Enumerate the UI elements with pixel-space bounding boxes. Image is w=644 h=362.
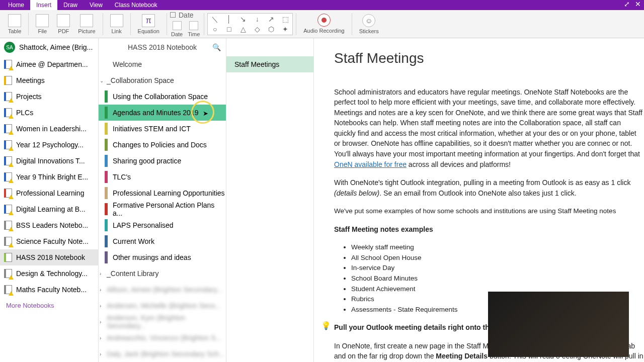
notebook-label: Aimee @ Departmen... bbox=[16, 60, 88, 68]
section-color-bar bbox=[105, 90, 108, 103]
page-list-pane: Staff Meetings bbox=[226, 38, 314, 362]
section-color-bar bbox=[105, 123, 108, 135]
notebook-item[interactable]: Year 9 Think Bright E... bbox=[0, 169, 98, 185]
section-label: TLC's bbox=[113, 173, 131, 181]
section-item[interactable]: Changes to Policies and Docs bbox=[99, 137, 226, 153]
tab-insert[interactable]: Insert bbox=[30, 0, 57, 10]
notebook-icon bbox=[4, 269, 12, 278]
section-color-bar bbox=[105, 107, 108, 119]
section-item[interactable]: Professional Learning Opportunities bbox=[99, 185, 226, 201]
insert-picture[interactable]: Picture bbox=[78, 14, 95, 34]
notebook-icon bbox=[4, 92, 12, 101]
webcam-overlay bbox=[488, 292, 629, 357]
notebook-item[interactable]: BSS Leaders Notebo... bbox=[0, 217, 98, 233]
notebook-item[interactable]: Year 12 Psychology... bbox=[0, 137, 98, 153]
tab-view[interactable]: View bbox=[84, 0, 109, 10]
notebook-icon bbox=[4, 285, 12, 294]
insert-date[interactable]: Date bbox=[171, 21, 183, 37]
notebook-label: Women in Leadershi... bbox=[16, 125, 87, 133]
section-group-blurred[interactable]: ›Allison, Aimee (Brighton Secondary... bbox=[99, 282, 226, 298]
notebook-icon bbox=[4, 156, 12, 165]
notebook-item[interactable]: HASS 2018 Notebook bbox=[0, 249, 98, 265]
section-item[interactable]: Other musings and ideas bbox=[99, 249, 226, 265]
section-color-bar bbox=[105, 171, 108, 183]
section-group-blurred[interactable]: ›Andreacchio, Vincenzo (Brighton S... bbox=[99, 330, 226, 346]
date-checkbox[interactable] bbox=[170, 12, 176, 18]
insert-pdf[interactable]: PDF bbox=[57, 14, 70, 34]
notebook-item[interactable]: Science Faculty Note... bbox=[0, 233, 98, 249]
section-label: Agendas and Minutes 2019 bbox=[113, 109, 198, 117]
section-color-bar bbox=[105, 235, 108, 247]
notebook-icon bbox=[4, 205, 12, 214]
section-item[interactable]: Sharing good practice bbox=[99, 153, 226, 169]
section-group-blurred[interactable]: ›Andersen, Michelle (Brighton Seco... bbox=[99, 298, 226, 314]
notebook-label: Meetings bbox=[16, 76, 45, 84]
insert-time[interactable]: Time bbox=[188, 21, 200, 37]
section-group-blurred[interactable]: ›Anderson, Kym (Brighton Secondary... bbox=[99, 314, 226, 330]
notebook-icon bbox=[4, 140, 12, 149]
section-item[interactable]: LAPS Personalised bbox=[99, 217, 226, 233]
notebook-icon bbox=[4, 108, 12, 117]
notebook-label: PLCs bbox=[16, 109, 33, 117]
section-label: Andreacchio, Vincenzo (Brighton S... bbox=[107, 334, 222, 342]
notebook-label: Design & Technology... bbox=[16, 269, 88, 278]
section-color-bar bbox=[105, 155, 108, 167]
chevron-right-icon: › bbox=[100, 335, 105, 341]
close-icon[interactable]: ✕ bbox=[635, 0, 641, 8]
notebook-item[interactable]: Women in Leadershi... bbox=[0, 121, 98, 137]
section-item[interactable]: Current Work bbox=[99, 233, 226, 249]
insert-link[interactable]: Link bbox=[110, 14, 123, 34]
group-content-library[interactable]: ›_Content Library bbox=[99, 265, 226, 282]
section-welcome[interactable]: Welcome bbox=[99, 56, 226, 72]
notebook-icon bbox=[4, 189, 12, 198]
notebook-icon bbox=[4, 237, 12, 246]
ribbon-insert: Table File PDF Picture Link πEquation Da… bbox=[0, 10, 644, 38]
section-group-blurred[interactable]: ›Daly, Jack (Brighton Secondary Sch... bbox=[99, 346, 226, 362]
group-collaboration-space[interactable]: ⌄_Collaboration Space bbox=[99, 72, 226, 88]
notebook-label: HASS 2018 Notebook bbox=[16, 253, 85, 261]
tab-draw[interactable]: Draw bbox=[57, 0, 84, 10]
section-label: Sharing good practice bbox=[113, 157, 181, 165]
section-item[interactable]: TLC's bbox=[99, 169, 226, 185]
notebook-icon bbox=[4, 172, 12, 182]
notebook-item[interactable]: Aimee @ Departmen... bbox=[0, 56, 98, 72]
notebook-item[interactable]: Meetings bbox=[0, 72, 98, 88]
section-label: LAPS Personalised bbox=[113, 221, 174, 229]
stickers[interactable]: ☺Stickers bbox=[359, 14, 379, 34]
audio-recording[interactable]: Audio Recording bbox=[303, 14, 344, 34]
insert-table[interactable]: Table bbox=[8, 14, 21, 34]
user-name: Shattock, Aimee (Brig... bbox=[19, 43, 93, 51]
avatar: SA bbox=[4, 42, 15, 53]
chevron-right-icon: › bbox=[100, 303, 105, 309]
notebook-item[interactable]: Design & Technology... bbox=[0, 265, 98, 282]
user-row[interactable]: SA Shattock, Aimee (Brig... bbox=[0, 38, 98, 56]
notebook-item[interactable]: Professional Learning bbox=[0, 185, 98, 201]
notebook-item[interactable]: Maths Faculty Noteb... bbox=[0, 282, 98, 298]
notebook-list-pane: SA Shattock, Aimee (Brig... Aimee @ Depa… bbox=[0, 38, 99, 362]
notebook-item[interactable]: PLCs bbox=[0, 105, 98, 121]
list-item: School Board Minutes bbox=[351, 274, 644, 284]
section-color-bar bbox=[105, 251, 108, 263]
insert-equation[interactable]: πEquation bbox=[138, 14, 159, 34]
tab-home[interactable]: Home bbox=[2, 0, 30, 10]
notebook-label: Professional Learning bbox=[16, 189, 84, 197]
notebook-item[interactable]: Projects bbox=[0, 88, 98, 105]
section-label: Daly, Jack (Brighton Secondary Sch... bbox=[107, 350, 225, 358]
notebook-item[interactable]: Digital Learning at B... bbox=[0, 201, 98, 217]
insert-file[interactable]: File bbox=[36, 14, 49, 34]
section-color-bar bbox=[105, 187, 108, 199]
shapes-gallery[interactable]: ＼│↘↓↗⬚ ○□△◇⬡✦ bbox=[207, 13, 293, 35]
expand-icon[interactable]: ⤢ bbox=[624, 0, 630, 8]
page-staff-meetings[interactable]: Staff Meetings bbox=[226, 56, 313, 72]
notebook-label: Year 12 Psychology... bbox=[16, 141, 84, 149]
notebook-item[interactable]: Digital Innovations T... bbox=[0, 153, 98, 169]
chevron-right-icon: › bbox=[100, 271, 105, 277]
more-notebooks[interactable]: More Notebooks bbox=[0, 298, 98, 313]
section-item[interactable]: Formative Personal Action Plans a... bbox=[99, 201, 226, 217]
onenote-free-link[interactable]: OneN available for free bbox=[334, 160, 407, 168]
tab-class-notebook[interactable]: Class Notebook bbox=[109, 0, 164, 10]
section-item[interactable]: Initiatives STEM and ICT bbox=[99, 121, 226, 137]
section-label: Andersen, Michelle (Brighton Seco... bbox=[107, 302, 221, 310]
section-item[interactable]: Using the Collaboration Space bbox=[99, 88, 226, 105]
search-icon[interactable]: 🔍 bbox=[212, 43, 221, 51]
